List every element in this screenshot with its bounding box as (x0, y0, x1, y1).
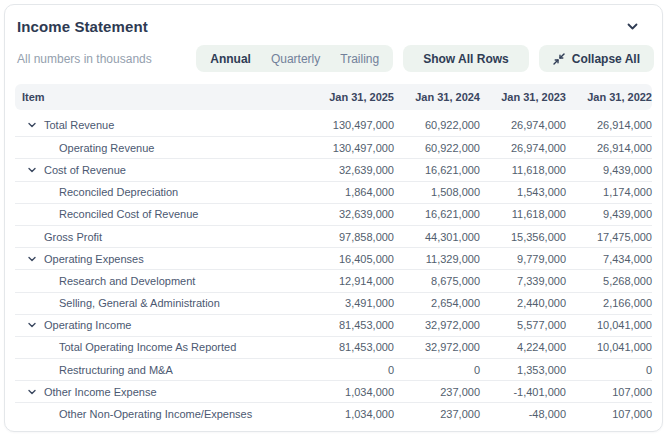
cell-value: 81,453,000 (308, 341, 394, 353)
show-all-rows-button[interactable]: Show All Rows (403, 45, 529, 72)
row-expand-chevron-icon[interactable] (27, 120, 39, 130)
column-header-date: Jan 31, 2025 (308, 91, 394, 103)
row-expand-chevron-icon[interactable] (27, 387, 39, 397)
cell-value: 4,224,000 (480, 341, 566, 353)
cell-value: 9,439,000 (566, 164, 652, 176)
table-row: Operating Income81,453,00032,972,0005,57… (15, 314, 652, 336)
cell-value: 11,618,000 (480, 208, 566, 220)
toolbar: All numbers in thousands AnnualQuarterly… (5, 37, 662, 82)
row-label: Operating Expenses (44, 253, 144, 265)
cell-value: 60,922,000 (394, 119, 480, 131)
page-title: Income Statement (17, 18, 148, 35)
cell-value: 130,497,000 (308, 119, 394, 131)
cell-value: 12,914,000 (308, 275, 394, 287)
cell-value: 1,034,000 (308, 408, 394, 420)
cell-value: 0 (308, 364, 394, 376)
cell-value: 10,041,000 (566, 341, 652, 353)
income-statement-card: Income Statement All numbers in thousand… (4, 4, 663, 432)
row-label-cell: Reconciled Cost of Revenue (15, 208, 308, 220)
cell-value: 5,268,000 (566, 275, 652, 287)
table-row: Restructuring and M&A001,353,0000 (15, 358, 652, 380)
cell-value: 0 (394, 364, 480, 376)
cell-value: 32,972,000 (394, 319, 480, 331)
cell-value: 10,041,000 (566, 319, 652, 331)
row-label-cell: Total Revenue (15, 119, 308, 131)
column-header-date: Jan 31, 2022 (566, 91, 652, 103)
row-expand-chevron-icon[interactable] (27, 165, 39, 175)
cell-value: 32,972,000 (394, 341, 480, 353)
cell-value: 1,508,000 (394, 186, 480, 198)
cell-value: 5,577,000 (480, 319, 566, 331)
cell-value: 26,914,000 (566, 119, 652, 131)
cell-value: 32,639,000 (308, 208, 394, 220)
cell-value: 107,000 (566, 386, 652, 398)
collapse-all-label: Collapse All (572, 52, 640, 66)
cell-value: 32,639,000 (308, 164, 394, 176)
row-label-cell: Cost of Revenue (15, 164, 308, 176)
row-label: Cost of Revenue (44, 164, 126, 176)
cell-value: 15,356,000 (480, 231, 566, 243)
row-label: Operating Revenue (59, 142, 154, 154)
collapse-arrows-icon (553, 53, 565, 65)
row-label: Restructuring and M&A (59, 364, 173, 376)
table-row: Other Non-Operating Income/Expenses1,034… (15, 402, 652, 424)
cell-value: 2,166,000 (566, 297, 652, 309)
cell-value: 16,621,000 (394, 164, 480, 176)
period-option-annual[interactable]: Annual (200, 45, 261, 72)
cell-value: 3,491,000 (308, 297, 394, 309)
row-expand-chevron-icon[interactable] (27, 254, 39, 264)
cell-value: 0 (566, 364, 652, 376)
show-all-rows-label: Show All Rows (423, 52, 509, 66)
cell-value: 1,543,000 (480, 186, 566, 198)
cell-value: 237,000 (394, 408, 480, 420)
column-header-item: Item (22, 91, 308, 103)
row-expand-chevron-icon[interactable] (27, 320, 39, 330)
table-row: Selling, General & Administration3,491,0… (15, 292, 652, 314)
table-row: Operating Revenue130,497,00060,922,00026… (15, 136, 652, 158)
cell-value: 81,453,000 (308, 319, 394, 331)
period-option-quarterly[interactable]: Quarterly (261, 45, 330, 72)
section-collapse-chevron-icon[interactable] (625, 19, 640, 34)
row-label: Operating Income (44, 319, 131, 331)
row-label-cell: Other Non-Operating Income/Expenses (15, 408, 308, 420)
row-label-cell: Restructuring and M&A (15, 364, 308, 376)
row-label-cell: Research and Development (15, 275, 308, 287)
row-label-cell: Gross Profit (15, 231, 308, 243)
row-label: Reconciled Depreciation (59, 186, 178, 198)
period-toggle-group: AnnualQuarterlyTrailing (196, 45, 393, 72)
cell-value: 16,621,000 (394, 208, 480, 220)
row-label: Reconciled Cost of Revenue (59, 208, 198, 220)
cell-value: 7,434,000 (566, 253, 652, 265)
period-option-trailing[interactable]: Trailing (330, 45, 389, 72)
cell-value: 1,864,000 (308, 186, 394, 198)
toolbar-actions: AnnualQuarterlyTrailing Show All Rows Co… (196, 45, 654, 72)
row-label: Other Non-Operating Income/Expenses (59, 408, 252, 420)
cell-value: 26,974,000 (480, 119, 566, 131)
cell-value: 2,654,000 (394, 297, 480, 309)
cell-value: 60,922,000 (394, 142, 480, 154)
cell-value: 9,439,000 (566, 208, 652, 220)
table-row: Total Operating Income As Reported81,453… (15, 336, 652, 358)
cell-value: 11,329,000 (394, 253, 480, 265)
row-label-cell: Reconciled Depreciation (15, 186, 308, 198)
cell-value: -1,401,000 (480, 386, 566, 398)
row-label: Total Revenue (44, 119, 114, 131)
table-body: Total Revenue130,497,00060,922,00026,974… (15, 114, 652, 425)
column-header-date: Jan 31, 2023 (480, 91, 566, 103)
row-label: Other Income Expense (44, 386, 157, 398)
table-row: Total Revenue130,497,00060,922,00026,974… (15, 114, 652, 136)
cell-value: 1,353,000 (480, 364, 566, 376)
cell-value: -48,000 (480, 408, 566, 420)
cell-value: 2,440,000 (480, 297, 566, 309)
table-row: Cost of Revenue32,639,00016,621,00011,61… (15, 158, 652, 180)
row-label: Gross Profit (44, 231, 102, 243)
collapse-all-button[interactable]: Collapse All (539, 45, 654, 72)
table-row: Research and Development12,914,0008,675,… (15, 269, 652, 291)
cell-value: 107,000 (566, 408, 652, 420)
table-row: Reconciled Cost of Revenue32,639,00016,6… (15, 203, 652, 225)
row-label-cell: Operating Expenses (15, 253, 308, 265)
card-header: Income Statement (5, 5, 662, 37)
cell-value: 17,475,000 (566, 231, 652, 243)
cell-value: 1,034,000 (308, 386, 394, 398)
row-label-cell: Other Income Expense (15, 386, 308, 398)
